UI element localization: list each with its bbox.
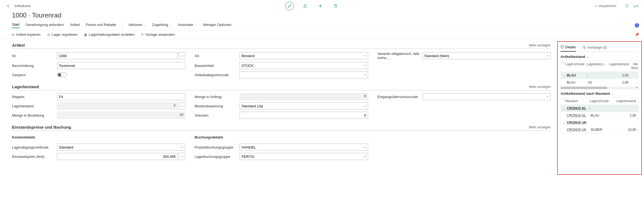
beschreibung-label: Beschreibung: [12, 64, 57, 68]
factbox-sec2-title[interactable]: Artikelbestand nach Mandant⌄: [560, 91, 639, 96]
table-row[interactable]: ⌄ CRONUS UK: [561, 119, 638, 126]
variante-select[interactable]: Standard (Nein): [422, 52, 551, 59]
collapse-all-icon[interactable]: ⌃: [562, 99, 564, 104]
beschreibung-input[interactable]: [57, 62, 185, 69]
art-label: Art: [195, 54, 240, 58]
saved-indicator: Gespeichert: [594, 4, 616, 8]
table-row[interactable]: CRONUS NL BLAU 2,00: [561, 112, 638, 119]
cmd-approval[interactable]: Genehmigung anfordern: [25, 23, 64, 28]
chevron-down-icon[interactable]: ⌄: [562, 121, 566, 124]
nr-label: Nr.: [12, 54, 57, 58]
cmd-automate[interactable]: Automate⌄: [178, 23, 197, 28]
pin-icon[interactable]: 📌: [635, 32, 639, 37]
section-einstand-showmore[interactable]: Mehr anzeigen: [529, 125, 551, 129]
kategorie-label: Artikelkategoriencode: [195, 73, 240, 77]
new-icon[interactable]: [316, 2, 324, 10]
edit-icon[interactable]: [285, 2, 294, 10]
act-apply-template[interactable]: ✎Vorlage anwenden: [141, 32, 175, 37]
regal-input[interactable]: [57, 93, 185, 100]
col-lagerbestand[interactable]: Lagerbestand: [608, 62, 630, 70]
cmd-prices[interactable]: Preise und Rabatte: [86, 23, 116, 28]
kategorie-select[interactable]: [240, 71, 368, 78]
separator: [122, 23, 123, 28]
row-menu-icon[interactable]: ⋮: [588, 107, 592, 110]
lagerbestand-value[interactable]: 2: [57, 102, 178, 110]
col-lagerplatz[interactable]: Lagerplatzc…: [586, 62, 608, 70]
warnung-label: Bestandswarnung: [195, 104, 240, 108]
fest-lookup-button[interactable]: ⋯: [179, 153, 186, 160]
back-button[interactable]: [5, 2, 12, 10]
act-create-warehouse-data[interactable]: ▦Lagerhaltungsdaten erstellen: [84, 32, 135, 37]
factbox: ⓘ Details 📎 Anhänge (0) Artikelbestand⌄ …: [557, 41, 642, 175]
chevron-down-icon[interactable]: ⌄: [562, 107, 566, 110]
warehouse-icon: ▦: [84, 33, 87, 37]
cmd-less-options[interactable]: Weniger Optionen: [203, 23, 232, 28]
prodbuch-select[interactable]: HANDEL: [240, 144, 368, 151]
factbox-grid-2: ⌃ Mandant Lagerortcode Lagerbestand ⌄ CR…: [560, 97, 639, 134]
abgang-label: Lagerabgangsmethode: [12, 145, 57, 149]
popout-icon[interactable]: ❐: [625, 4, 628, 8]
table-row[interactable]: ⌄ CRONUS NL ⋮: [561, 105, 638, 112]
row-menu-icon[interactable]: ⋮: [586, 73, 589, 77]
chevron-down-icon[interactable]: ⌄: [562, 74, 566, 77]
gesperrt-label: Gesperrt: [12, 73, 57, 77]
delete-icon[interactable]: [332, 2, 340, 10]
lagerbuch-select[interactable]: FERTIG: [240, 153, 368, 160]
factbox-tab-attachments[interactable]: 📎 Anhänge (0): [582, 45, 607, 52]
col-lagerortcode[interactable]: Lagerortcode: [588, 99, 613, 104]
eingang-select[interactable]: [422, 93, 551, 100]
copy-icon: ⧉: [12, 33, 14, 37]
art-select[interactable]: Bestand: [240, 52, 368, 59]
collapse-all-icon[interactable]: ⌃: [562, 62, 564, 70]
nr-input[interactable]: [57, 52, 178, 59]
factbox-tab-details[interactable]: ⓘ Details: [560, 45, 576, 52]
section-lager-showmore[interactable]: Mehr anzeigen: [529, 85, 551, 89]
attachment-icon: 📎: [582, 45, 586, 49]
nr-lookup-button[interactable]: ⋯: [179, 52, 186, 59]
cmd-related[interactable]: Zugehörig⌄: [152, 23, 172, 28]
basiseinheit-select[interactable]: STÜCK: [240, 62, 368, 69]
adjust-icon: ⚖: [47, 33, 50, 37]
section-artikel-title: Artikel: [12, 43, 25, 48]
regal-label: Regalnr.: [12, 95, 57, 99]
buchung-subtitle: Buchungsdetails: [195, 135, 368, 139]
act-adjust-inventory[interactable]: ⚖Lager regulieren: [47, 32, 78, 37]
fest-input[interactable]: [57, 153, 178, 160]
info-icon[interactable]: i: [635, 23, 639, 28]
factbox-grid-1: ⌃ Lagerortcode Lagerplatzc… Lagerbestand…: [560, 60, 639, 89]
col-mandant[interactable]: Mandant: [564, 99, 588, 104]
section-einstand-title: Einstandspreise und Buchung: [12, 125, 71, 129]
col-lagerbestand2[interactable]: Lagerbestand: [613, 99, 637, 104]
abgang-select[interactable]: Standard: [57, 144, 185, 151]
cmd-actions[interactable]: Aktionen⌄: [129, 23, 146, 28]
table-row[interactable]: CRONUS UK SILBER 10,00: [561, 126, 638, 133]
menge-auftrag-label: Menge in Auftrag: [195, 95, 240, 99]
breadcrumb: Artikelkarte: [14, 4, 31, 8]
fest-label: Einstandspreis (fest): [12, 155, 57, 159]
col-lagerort[interactable]: Lagerortcode: [564, 62, 586, 70]
factbox-sec1-title[interactable]: Artikelbestand⌄: [560, 55, 639, 59]
col-me-best[interactable]: Me Best: [630, 62, 639, 70]
section-artikel-showmore[interactable]: Mehr anzeigen: [529, 43, 551, 47]
horizontal-scrollbar[interactable]: ▸: [561, 87, 638, 89]
prodbuch-label: Produktbuchungsgruppe: [195, 145, 240, 149]
menge-best-value[interactable]: 10: [57, 112, 185, 119]
table-row[interactable]: ⌄ BLAU ⋮ 2,00: [561, 72, 638, 79]
share-icon[interactable]: [301, 2, 309, 10]
table-row[interactable]: BLAU A2 2,00: [561, 79, 638, 86]
gesperrt-toggle[interactable]: [57, 73, 67, 77]
collapse-icon[interactable]: ↘↖: [633, 4, 639, 8]
warnung-select[interactable]: Standard (Ja): [240, 102, 368, 110]
lagerbestand-lookup-button[interactable]: ⋯: [179, 102, 186, 110]
eingang-label: Eingangsüberschusscode: [377, 95, 422, 99]
template-icon: ✎: [141, 33, 144, 37]
act-copy-item[interactable]: ⧉Artikel kopieren: [12, 32, 41, 37]
section-lager-title: Lagerbestand: [12, 84, 39, 89]
tab-start[interactable]: Start: [12, 22, 19, 28]
menge-auftrag-value[interactable]: 0: [240, 93, 368, 100]
page-title: 1000 · Tourenrad: [0, 10, 644, 21]
info-circle-icon: ⓘ: [560, 45, 564, 49]
cmd-item[interactable]: Artikel: [70, 23, 80, 28]
lagerbestand-label: Lagerbestand: [12, 104, 57, 108]
volumen-input[interactable]: [240, 112, 368, 119]
